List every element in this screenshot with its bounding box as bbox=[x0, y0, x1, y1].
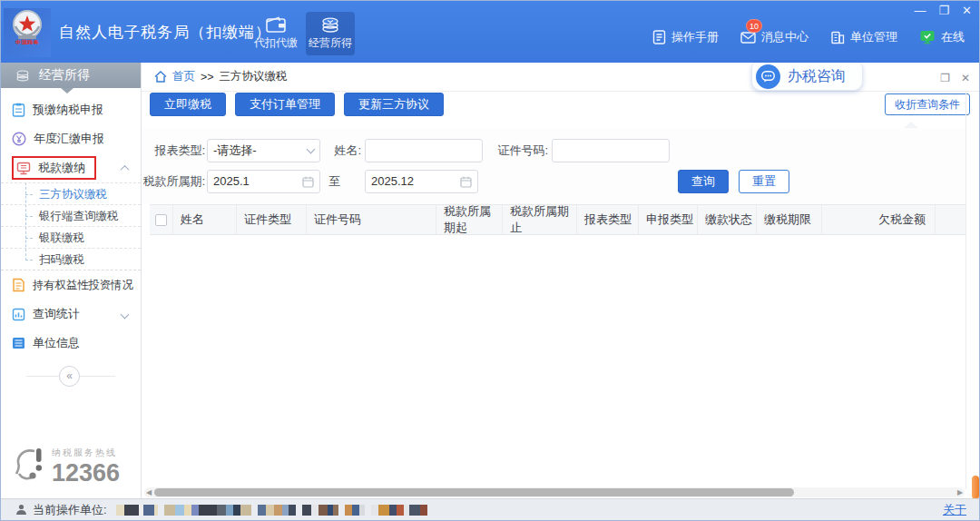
redacted-unit-name bbox=[116, 505, 427, 516]
module-tabs: 代扣代缴 经营所得 bbox=[251, 12, 355, 55]
home-icon[interactable] bbox=[154, 71, 167, 83]
vertical-scroll-track bbox=[965, 92, 966, 489]
sidebar-item-query-statistics[interactable]: 查询统计 bbox=[1, 300, 141, 329]
submenu-item-tripartite-agreement[interactable]: 三方协议缴税 bbox=[1, 182, 141, 204]
main-content: 首页 >> 三方协议缴税 ❐ ✕ 办税咨询 立即缴税 支付订单管理 更新三方协议 bbox=[142, 63, 980, 500]
maximize-button[interactable]: ❐ bbox=[938, 5, 949, 17]
submenu-item-bank-query-pay[interactable]: 银行端查询缴税 bbox=[1, 204, 141, 226]
update-tripartite-agreement-button[interactable]: 更新三方协议 bbox=[344, 93, 444, 116]
vertical-scroll-thumb-orange[interactable] bbox=[972, 476, 979, 499]
header-links: 操作手册 10 消息中心 单位管理 bbox=[652, 29, 965, 45]
tab-label: 代扣代缴 bbox=[254, 35, 298, 51]
minimize-button[interactable]: — bbox=[914, 5, 926, 17]
col-payment-status: 缴款状态 bbox=[698, 205, 757, 234]
sidebar-item-org-info[interactable]: 单位信息 bbox=[1, 329, 141, 358]
redacted-block bbox=[258, 505, 296, 516]
calendar-icon bbox=[460, 176, 472, 188]
manual-link[interactable]: 操作手册 bbox=[652, 29, 719, 45]
emblem-icon: 中国税务 bbox=[9, 8, 45, 44]
table-header: 姓名 证件类型 证件号码 税款所属期起 税款所属期止 报表类型 申报类型 缴款状… bbox=[150, 204, 966, 235]
message-count-badge: 10 bbox=[746, 19, 762, 33]
tax-payment-submenu: 三方协议缴税 银行端查询缴税 银联缴税 扫码缴税 bbox=[1, 182, 141, 270]
scroll-right-arrow[interactable]: ▶ bbox=[956, 488, 965, 496]
payment-order-management-button[interactable]: 支付订单管理 bbox=[235, 93, 335, 116]
col-report-type: 报表类型 bbox=[577, 205, 639, 234]
col-declare-type: 申报类型 bbox=[639, 205, 698, 234]
query-button[interactable]: 查询 bbox=[678, 170, 729, 193]
col-period-start: 税款所属期起 bbox=[436, 205, 503, 234]
breadcrumb-home[interactable]: 首页 bbox=[172, 69, 195, 84]
id-number-input[interactable] bbox=[552, 139, 670, 162]
sidebar-item-annual-declare[interactable]: 年度汇缴申报 bbox=[1, 124, 141, 153]
message-center-link[interactable]: 10 消息中心 bbox=[740, 29, 808, 45]
query-reset-buttons: 查询 重置 bbox=[678, 170, 789, 193]
name-input[interactable] bbox=[365, 139, 483, 162]
tab-label: 经营所得 bbox=[309, 35, 352, 51]
hotline-operator-icon bbox=[14, 447, 46, 483]
orange-document-icon bbox=[12, 278, 25, 292]
scroll-left-arrow[interactable]: ◀ bbox=[144, 488, 153, 496]
tax-consult-button[interactable]: 办税咨询 bbox=[751, 63, 863, 91]
redacted-block bbox=[302, 505, 338, 516]
collapse-query-conditions-button[interactable]: 收折查询条件 bbox=[885, 93, 970, 115]
online-label: 在线 bbox=[941, 29, 965, 45]
col-owed-amount: 欠税金额 bbox=[822, 205, 936, 234]
reset-button[interactable]: 重置 bbox=[739, 170, 789, 193]
sidebar-header-label: 经营所得 bbox=[39, 67, 90, 84]
sidebar-header: 经营所得 bbox=[1, 63, 141, 88]
redacted-block bbox=[116, 505, 158, 516]
online-status[interactable]: 在线 bbox=[919, 29, 965, 45]
submenu-item-scan-code-pay[interactable]: 扫码缴税 bbox=[1, 248, 141, 270]
sidebar-item-prepay-declare[interactable]: 预缴纳税申报 bbox=[1, 95, 141, 124]
tax-period-label: 税款所属期: bbox=[142, 170, 205, 193]
sidebar-item-equity-investment[interactable]: 持有权益性投资情况 bbox=[1, 270, 141, 300]
sidebar-collapse-button[interactable]: « bbox=[59, 366, 80, 387]
select-all-checkbox[interactable] bbox=[155, 214, 167, 226]
pay-now-button[interactable]: 立即缴税 bbox=[150, 93, 226, 116]
tab-daikoudaijiao[interactable]: 代扣代缴 bbox=[251, 12, 300, 55]
inner-window-controls: ❐ ✕ bbox=[940, 72, 970, 84]
chevron-up-icon bbox=[121, 164, 130, 173]
hotline-label: 纳税服务热线 bbox=[52, 447, 120, 459]
list-icon bbox=[12, 337, 25, 349]
period-from-input[interactable]: 2025.1 bbox=[207, 170, 320, 193]
about-link[interactable]: 关于 bbox=[943, 502, 966, 518]
org-management-label: 单位管理 bbox=[850, 29, 897, 45]
status-bar: 当前操作单位: 关于 bbox=[1, 498, 980, 520]
tax-bureau-logo: 中国税务 bbox=[4, 8, 51, 57]
calendar-icon bbox=[302, 176, 314, 188]
sidebar-item-label: 单位信息 bbox=[33, 335, 80, 351]
sidebar-item-label: 查询统计 bbox=[33, 306, 80, 322]
app-window: 中国税务 自然人电子税务局（扣缴端） 代扣代缴 经营所得 bbox=[0, 0, 980, 521]
inner-close-button[interactable]: ✕ bbox=[961, 72, 970, 84]
sidebar-item-tax-payment[interactable]: 税款缴纳 bbox=[1, 153, 141, 182]
horizontal-scrollbar[interactable]: ◀ ▶ bbox=[144, 487, 965, 497]
manual-label: 操作手册 bbox=[671, 29, 719, 45]
chevron-down-icon bbox=[307, 144, 316, 153]
horizontal-scroll-thumb[interactable] bbox=[154, 488, 794, 496]
clipboard-icon bbox=[12, 103, 25, 117]
person-icon bbox=[15, 504, 27, 516]
redacted-block bbox=[371, 505, 427, 516]
highlight-red-box: 税款缴纳 bbox=[12, 156, 96, 180]
sidebar-item-label: 税款缴纳 bbox=[38, 160, 85, 176]
close-button[interactable]: ✕ bbox=[962, 5, 972, 17]
submenu-item-unionpay[interactable]: 银联缴税 bbox=[1, 226, 141, 248]
svg-text:中国税务: 中国税务 bbox=[15, 39, 40, 45]
building-icon bbox=[830, 31, 845, 44]
online-monitor-icon bbox=[919, 30, 936, 44]
period-to-input[interactable]: 2025.12 bbox=[365, 170, 478, 193]
report-type-select[interactable]: -请选择- bbox=[207, 139, 320, 162]
org-management-link[interactable]: 单位管理 bbox=[830, 29, 897, 45]
sidebar-collapse-row: « bbox=[1, 363, 141, 390]
message-center-label: 消息中心 bbox=[761, 29, 808, 45]
inner-restore-button[interactable]: ❐ bbox=[940, 72, 950, 84]
tab-jingyingsuode[interactable]: 经营所得 bbox=[306, 12, 355, 55]
col-actions bbox=[936, 205, 966, 234]
sidebar-item-label: 持有权益性投资情况 bbox=[33, 278, 133, 293]
col-name: 姓名 bbox=[173, 205, 237, 234]
redacted-block bbox=[345, 505, 365, 516]
sidebar-item-label: 年度汇缴申报 bbox=[34, 131, 104, 147]
col-payment-deadline: 缴税期限 bbox=[757, 205, 822, 234]
hotline-block: 纳税服务热线 12366 bbox=[14, 447, 120, 486]
